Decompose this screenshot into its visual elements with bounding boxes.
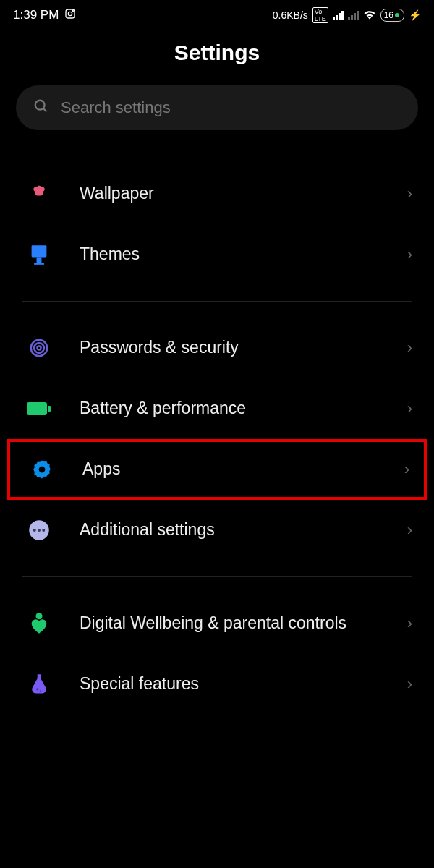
chevron-right-icon: › [407,614,412,633]
chevron-right-icon: › [407,245,412,264]
divider [22,731,412,731]
volte-icon: VoLTE [312,7,328,23]
wellbeing-icon [25,609,54,638]
flask-icon [25,670,54,699]
chevron-right-icon: › [407,339,412,357]
themes-icon [25,240,54,269]
settings-list: Wallpaper › Themes › Passwords & securit… [0,130,434,731]
status-netspeed: 0.6KB/s [273,9,308,21]
svg-point-9 [34,343,44,353]
chevron-right-icon: › [407,521,412,540]
svg-point-2 [72,10,73,11]
wifi-icon [363,9,376,22]
instagram-icon [64,8,76,23]
svg-point-20 [40,690,41,692]
settings-item-additional[interactable]: Additional settings › [0,500,434,561]
signal-icon-2 [348,11,359,20]
settings-item-apps[interactable]: Apps › [7,439,427,500]
svg-line-4 [43,109,47,112]
battery-icon: 16 [380,9,404,22]
chevron-right-icon: › [407,399,412,418]
settings-item-wellbeing[interactable]: Digital Wellbeing & parental controls › [0,593,434,654]
svg-point-3 [35,101,45,110]
settings-item-wallpaper[interactable]: Wallpaper › [0,163,434,224]
settings-item-special[interactable]: Special features › [0,654,434,715]
battery-icon [25,394,54,423]
charging-icon: ⚡ [409,9,421,21]
svg-point-16 [38,529,41,532]
svg-rect-7 [34,263,44,265]
signal-icon-1 [333,11,344,20]
divider [22,576,412,577]
svg-point-13 [39,467,46,473]
item-label: Special features [80,673,381,695]
item-label: Digital Wellbeing & parental controls [80,613,381,634]
item-label: Battery & performance [80,398,381,420]
chevron-right-icon: › [407,675,412,694]
item-label: Passwords & security [80,337,381,359]
search-input[interactable] [61,98,401,117]
svg-point-17 [42,529,45,532]
item-label: Apps [82,459,378,480]
item-label: Wallpaper [80,183,381,205]
settings-item-battery[interactable]: Battery & performance › [0,378,434,439]
svg-point-18 [35,613,42,619]
status-time: 1:39 PM [13,8,59,22]
svg-point-10 [38,346,41,350]
fingerprint-icon [25,333,54,362]
wallpaper-icon [25,179,54,208]
status-bar: 1:39 PM 0.6KB/s VoLTE 16 ⚡ [0,0,434,27]
chevron-right-icon: › [407,184,412,203]
svg-rect-5 [32,245,47,257]
svg-point-15 [33,529,36,532]
item-label: Themes [80,244,381,265]
search-icon [33,98,49,117]
partial-item-above [32,145,434,163]
svg-rect-11 [27,402,47,415]
settings-item-themes[interactable]: Themes › [0,224,434,285]
gear-icon [27,455,56,484]
page-title: Settings [0,27,434,85]
svg-point-19 [36,688,38,690]
item-label: Additional settings [80,519,381,541]
svg-rect-6 [37,257,42,263]
search-bar[interactable] [16,85,418,130]
chevron-right-icon: › [404,460,409,479]
svg-point-1 [69,12,72,15]
settings-item-passwords[interactable]: Passwords & security › [0,318,434,378]
more-icon [25,516,54,545]
divider [22,301,412,302]
svg-rect-12 [48,406,51,412]
